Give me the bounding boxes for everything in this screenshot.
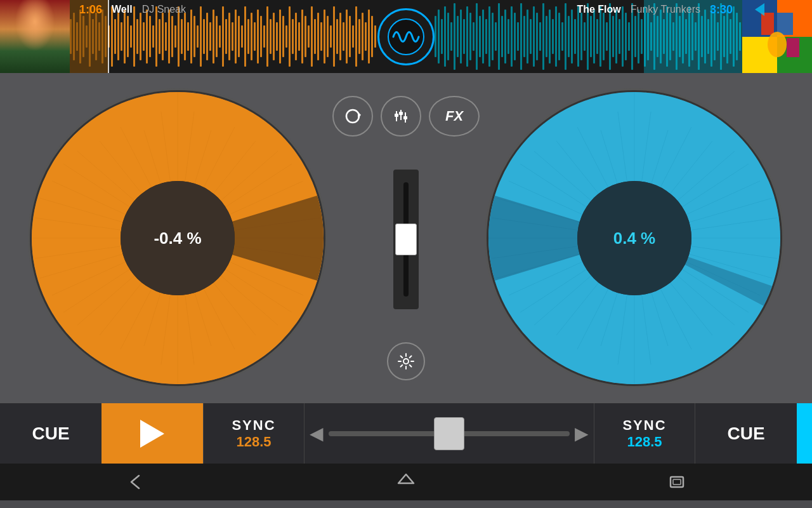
svg-rect-147 [536,13,538,60]
back-button[interactable] [124,471,147,493]
svg-rect-152 [552,19,554,54]
svg-rect-75 [263,25,265,48]
deck-left-info: 1:06 Well DJ Sneak [73,0,192,19]
svg-rect-149 [542,3,544,70]
recents-button[interactable] [665,471,688,493]
svg-rect-148 [539,22,541,51]
svg-rect-145 [530,19,532,54]
svg-rect-115 [435,16,436,57]
svg-rect-77 [270,19,272,54]
svg-rect-132 [488,6,490,67]
svg-rect-144 [527,10,528,64]
svg-rect-155 [561,22,563,51]
svg-rect-70 [247,19,249,54]
right-turntable-container[interactable]: 0.4 % [457,73,812,403]
svg-rect-176 [628,22,630,51]
svg-rect-40 [152,25,154,48]
svg-rect-98 [336,19,338,54]
deck-left-artist: DJ Sneak [142,4,186,15]
svg-rect-44 [165,22,167,51]
svg-rect-46 [171,16,173,57]
left-turntable[interactable]: -0.4 % [32,92,324,384]
svg-rect-94 [324,10,325,64]
svg-rect-91 [314,19,316,54]
svg-rect-97 [333,6,335,67]
svg-rect-55 [200,6,202,67]
left-turntable-container[interactable]: -0.4 % [0,73,355,403]
pitch-slider[interactable] [393,170,419,309]
svg-rect-82 [285,25,287,48]
svg-rect-178 [634,16,636,57]
svg-rect-107 [365,22,367,51]
svg-rect-84 [292,19,294,54]
svg-rect-109 [371,16,373,57]
svg-rect-131 [485,19,487,54]
home-button[interactable] [395,471,417,493]
svg-rect-78 [273,13,275,60]
svg-rect-79 [276,22,278,51]
left-arrow-icon: ◀ [310,423,324,444]
crossfader-track[interactable] [329,431,570,436]
left-sync-bpm: 128.5 [236,434,271,450]
left-pitch-display: -0.4 % [154,229,201,248]
svg-rect-93 [320,22,322,51]
deck-right-art [742,0,812,73]
svg-rect-61 [219,25,221,48]
svg-rect-219 [777,13,793,35]
svg-point-10 [38,31,42,36]
svg-rect-164 [590,16,592,57]
svg-rect-169 [606,22,608,51]
fx-button[interactable]: FX [429,96,480,137]
settings-button[interactable] [387,342,425,380]
pitch-handle[interactable] [395,224,417,255]
svg-rect-141 [517,22,519,51]
eq-button[interactable] [381,96,421,137]
svg-rect-71 [251,13,252,60]
svg-rect-116 [438,10,440,64]
svg-rect-153 [555,6,557,67]
svg-rect-156 [565,3,566,70]
crossfader-handle[interactable] [434,417,464,450]
svg-rect-121 [454,3,455,70]
svg-rect-110 [374,25,376,48]
right-cue-button[interactable]: CUE [695,403,797,464]
svg-rect-143 [523,16,525,57]
right-play-button[interactable] [797,403,812,464]
svg-point-8 [23,23,46,49]
svg-rect-85 [295,13,297,60]
svg-rect-68 [241,25,243,48]
deck-right-time: 3:30 [710,3,733,17]
loop-button[interactable] [332,96,373,137]
deck-right-title: The Flow [577,4,620,15]
svg-rect-146 [533,6,535,67]
svg-rect-63 [225,19,227,54]
crossfader-section[interactable]: ◀ ▶ [304,403,594,464]
center-controls: FX [355,73,457,403]
svg-rect-87 [301,10,303,64]
svg-rect-12 [19,57,51,73]
left-play-button[interactable] [102,403,203,464]
svg-rect-138 [508,19,509,54]
svg-rect-139 [511,6,513,67]
svg-rect-106 [362,13,363,60]
svg-rect-135 [498,3,500,70]
svg-rect-69 [244,6,246,67]
right-turntable[interactable]: 0.4 % [488,92,780,384]
svg-point-273 [403,359,409,364]
top-bar: 1:06 Well DJ Sneak [0,0,812,73]
svg-point-5 [30,0,39,22]
svg-rect-57 [206,13,208,60]
svg-rect-33 [130,25,132,48]
svg-rect-65 [232,22,233,51]
left-sync-section[interactable]: SYNC 128.5 [203,403,304,464]
svg-rect-134 [495,22,497,51]
right-sync-section[interactable]: SYNC 128.5 [594,403,695,464]
left-cue-button[interactable]: CUE [0,403,102,464]
svg-rect-36 [140,13,141,60]
right-sync-label: SYNC [622,417,666,434]
svg-rect-49 [181,19,183,54]
left-play-icon [140,420,164,448]
svg-rect-56 [203,19,205,54]
svg-rect-0 [0,0,70,73]
svg-rect-125 [466,6,468,67]
